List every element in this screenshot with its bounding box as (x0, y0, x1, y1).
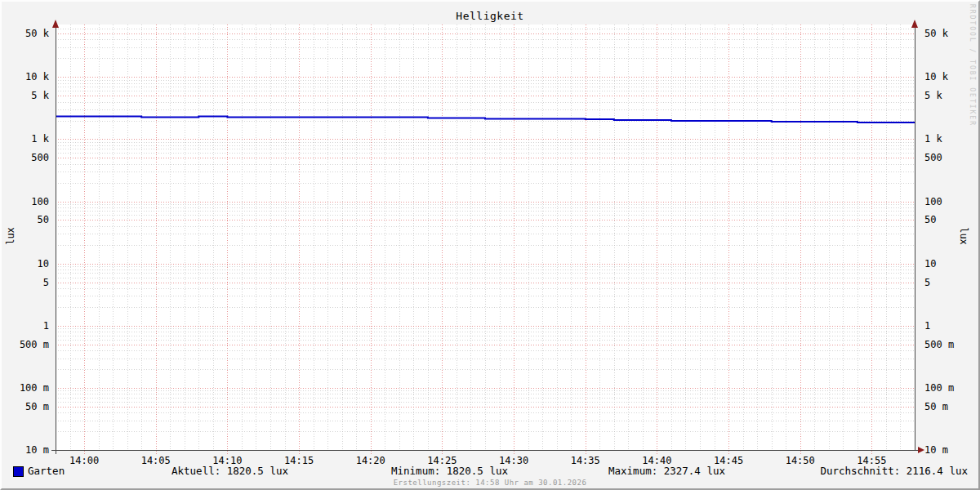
stat-aktuell: Aktuell: 1820.5 lux (172, 465, 288, 477)
y-tick-label: 10 m (924, 444, 973, 456)
y-tick-label: 1 (924, 320, 973, 332)
y-tick-label: 500 m (2, 339, 49, 350)
y-tick-label: 500 m (924, 339, 973, 350)
y-tick-label: 100 m (924, 382, 973, 394)
y-tick-label: 10 k (2, 71, 49, 82)
y-tick-label: 100 m (2, 382, 49, 394)
y-tick-label: 5 (2, 277, 49, 288)
x-tick-label: 14:20 (351, 455, 390, 466)
rrdtool-graph: Helligkeit RRDTOOL / TOBI OETIKER 50 k10… (0, 0, 980, 490)
y-tick-label: 10 (2, 258, 49, 270)
y-tick-label: 100 (2, 196, 49, 207)
x-tick-label: 14:05 (136, 455, 176, 466)
y-tick-label: 50 m (924, 401, 973, 412)
x-tick-label: 14:50 (781, 455, 820, 466)
creation-timestamp: Erstellungszeit: 14:58 Uhr am 30.01.2026 (2, 479, 978, 487)
y-tick-label: 1 k (924, 133, 973, 145)
y-tick-label: 10 (924, 258, 973, 270)
y-tick-label: 50 k (924, 28, 973, 39)
y-tick-label: 50 k (2, 28, 49, 39)
y-tick-label: 100 (924, 196, 973, 207)
y-tick-label: 10 k (924, 71, 973, 82)
y-tick-label: 5 k (924, 90, 973, 101)
y-tick-label: 1 (2, 320, 49, 332)
y-tick-label: 10 m (2, 444, 49, 456)
y-axis-unit-left: lux (5, 218, 16, 254)
y-tick-label: 1 k (2, 133, 49, 145)
y-tick-label: 500 (2, 152, 49, 163)
stat-maximum: Maximum: 2327.4 lux (608, 465, 725, 477)
stat-durchschnitt: Durchschnitt: 2116.4 lux (820, 465, 968, 477)
series-label: Garten (28, 465, 65, 477)
stat-minimum: Minimum: 1820.5 lux (391, 465, 508, 477)
x-tick-label: 14:35 (566, 455, 605, 466)
series-color-swatch (13, 466, 24, 477)
x-tick-label: 14:00 (65, 455, 104, 466)
y-tick-label: 50 m (2, 401, 49, 412)
y-tick-label: 5 (924, 277, 973, 288)
y-tick-label: 5 k (2, 90, 49, 101)
y-tick-label: 500 (924, 152, 973, 163)
y-axis-unit-right: lux (958, 218, 969, 254)
chart-canvas (51, 15, 924, 456)
